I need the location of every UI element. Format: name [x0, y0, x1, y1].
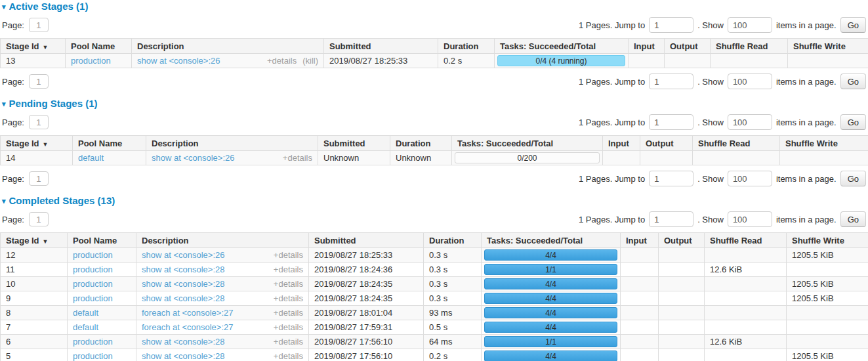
- tasks-progress-bar: 4/4: [484, 307, 617, 318]
- column-header-submitted[interactable]: Submitted: [309, 233, 424, 248]
- details-link[interactable]: +details: [274, 250, 303, 260]
- go-button[interactable]: Go: [840, 74, 866, 89]
- column-header-shuffle-write[interactable]: Shuffle Write: [787, 233, 868, 248]
- jump-to-input[interactable]: [649, 17, 693, 33]
- details-link[interactable]: +details: [283, 153, 312, 163]
- details-link[interactable]: +details: [267, 56, 297, 66]
- kill-link[interactable]: (kill): [302, 56, 318, 66]
- column-header-tasks-succeeded-total[interactable]: Tasks: Succeeded/Total: [495, 39, 629, 54]
- show-count-input[interactable]: [728, 74, 772, 89]
- details-link[interactable]: +details: [274, 351, 303, 361]
- stage-id-cell: 13: [1, 54, 66, 68]
- page-number-input[interactable]: [29, 212, 49, 226]
- stage-row: 14defaultshow at <console>:26+detailsUnk…: [1, 151, 868, 165]
- column-header-shuffle-read[interactable]: Shuffle Read: [693, 136, 780, 151]
- go-button[interactable]: Go: [840, 211, 866, 227]
- pool-name-link[interactable]: production: [71, 56, 111, 66]
- description-link[interactable]: show at <console>:26: [137, 56, 220, 66]
- collapse-arrow-icon: ▾: [2, 98, 6, 109]
- column-header-description[interactable]: Description: [136, 233, 309, 248]
- output-cell: [640, 151, 693, 165]
- column-header-output[interactable]: Output: [640, 136, 693, 151]
- column-header-submitted[interactable]: Submitted: [324, 39, 438, 54]
- details-link[interactable]: +details: [274, 308, 303, 318]
- show-count-input[interactable]: [728, 114, 772, 130]
- description-link[interactable]: show at <console>:26: [152, 153, 234, 163]
- pool-name-link[interactable]: production: [73, 351, 113, 361]
- pool-name-link[interactable]: production: [73, 337, 113, 347]
- column-header-stage-id[interactable]: Stage Id▼: [1, 233, 68, 248]
- column-header-shuffle-read[interactable]: Shuffle Read: [711, 39, 788, 54]
- column-header-duration[interactable]: Duration: [390, 136, 452, 151]
- go-button[interactable]: Go: [840, 17, 866, 33]
- details-link[interactable]: +details: [274, 337, 303, 347]
- section-heading-active[interactable]: ▾Active Stages (1): [2, 1, 868, 12]
- go-button[interactable]: Go: [840, 171, 866, 186]
- column-header-shuffle-write[interactable]: Shuffle Write: [788, 39, 868, 54]
- pool-name-link[interactable]: production: [73, 265, 113, 274]
- table-header-row: Stage Id▼Pool NameDescriptionSubmittedDu…: [1, 39, 868, 54]
- description-link[interactable]: show at <console>:28: [142, 265, 224, 274]
- pool-name-link[interactable]: production: [73, 250, 113, 260]
- column-header-shuffle-write[interactable]: Shuffle Write: [780, 136, 868, 151]
- show-count-input[interactable]: [728, 171, 772, 186]
- pool-name-link[interactable]: default: [73, 322, 98, 332]
- pool-name-link[interactable]: default: [78, 153, 104, 163]
- go-button[interactable]: Go: [840, 114, 866, 130]
- description-link[interactable]: foreach at <console>:27: [142, 322, 234, 332]
- pages-count-text: 1 Pages. Jump to: [579, 215, 645, 224]
- description-link[interactable]: show at <console>:26: [142, 250, 224, 260]
- output-cell: [665, 54, 711, 68]
- input-cell: [621, 248, 659, 263]
- section-heading-completed[interactable]: ▾Completed Stages (13): [2, 196, 868, 206]
- column-header-input[interactable]: Input: [629, 39, 665, 54]
- details-link[interactable]: +details: [274, 293, 303, 303]
- column-header-duration[interactable]: Duration: [438, 39, 495, 54]
- jump-to-input[interactable]: [649, 171, 693, 186]
- description-link[interactable]: show at <console>:28: [142, 279, 224, 289]
- pool-name-cell: default: [73, 151, 146, 165]
- page-number-input[interactable]: [29, 74, 49, 89]
- column-header-input[interactable]: Input: [603, 136, 640, 151]
- show-count-input[interactable]: [728, 211, 772, 227]
- column-header-pool-name[interactable]: Pool Name: [66, 39, 132, 54]
- duration-cell: 0.2 s: [424, 349, 482, 361]
- description-cell: show at <console>:28+details: [136, 335, 309, 349]
- description-link[interactable]: foreach at <console>:27: [142, 308, 234, 318]
- page-number-input[interactable]: [29, 171, 49, 186]
- column-header-duration[interactable]: Duration: [424, 233, 482, 248]
- pool-name-link[interactable]: production: [73, 293, 113, 303]
- pagination-row-active-bottom: Page:1 Pages. Jump to. Showitems in a pa…: [2, 74, 866, 89]
- section-heading-pending[interactable]: ▾Pending Stages (1): [2, 98, 868, 109]
- jump-to-input[interactable]: [649, 211, 693, 227]
- description-link[interactable]: show at <console>:28: [142, 337, 224, 347]
- details-link[interactable]: +details: [274, 279, 303, 289]
- show-count-input[interactable]: [728, 17, 772, 33]
- details-link[interactable]: +details: [274, 265, 303, 274]
- description-link[interactable]: show at <console>:28: [142, 293, 224, 303]
- column-header-submitted[interactable]: Submitted: [318, 136, 390, 151]
- column-header-description[interactable]: Description: [132, 39, 324, 54]
- column-header-output[interactable]: Output: [659, 233, 705, 248]
- page-number-input[interactable]: [29, 115, 49, 129]
- column-header-pool-name[interactable]: Pool Name: [73, 136, 146, 151]
- column-header-tasks-succeeded-total[interactable]: Tasks: Succeeded/Total: [482, 233, 621, 248]
- column-header-tasks-succeeded-total[interactable]: Tasks: Succeeded/Total: [452, 136, 603, 151]
- page-number-input[interactable]: [29, 18, 49, 32]
- column-header-shuffle-read[interactable]: Shuffle Read: [705, 233, 787, 248]
- description-link[interactable]: show at <console>:28: [142, 351, 224, 361]
- pool-name-link[interactable]: production: [73, 279, 113, 289]
- pages-count-text: 1 Pages. Jump to: [579, 174, 645, 184]
- column-header-input[interactable]: Input: [621, 233, 659, 248]
- column-header-output[interactable]: Output: [665, 39, 711, 54]
- column-header-stage-id[interactable]: Stage Id▼: [1, 136, 73, 151]
- column-header-pool-name[interactable]: Pool Name: [68, 233, 136, 248]
- duration-cell: 0.5 s: [424, 320, 482, 335]
- column-header-stage-id[interactable]: Stage Id▼: [1, 39, 66, 54]
- description-cell: foreach at <console>:27+details: [136, 320, 309, 335]
- column-header-description[interactable]: Description: [146, 136, 318, 151]
- pool-name-link[interactable]: default: [73, 308, 98, 318]
- details-link[interactable]: +details: [274, 322, 303, 332]
- jump-to-input[interactable]: [649, 114, 693, 130]
- jump-to-input[interactable]: [649, 74, 693, 89]
